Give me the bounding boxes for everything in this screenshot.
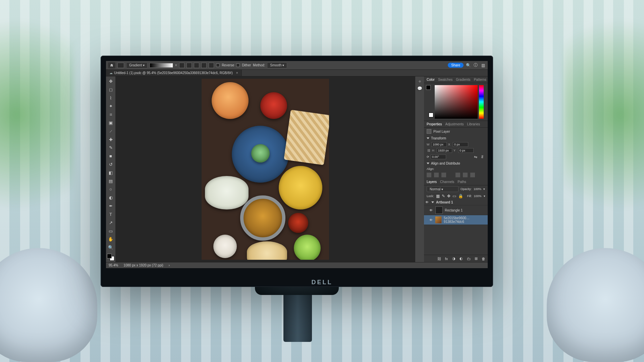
tab-color[interactable]: Color [427,78,435,81]
canvas-area[interactable] [115,76,415,262]
tab-swatches[interactable]: Swatches [438,78,452,81]
gradient-tool[interactable]: ▤ [107,178,114,185]
gradient-preview[interactable] [150,63,173,68]
align-top-icon[interactable] [455,173,460,177]
lasso-tool[interactable]: ⌇ [107,95,114,102]
brush-tool[interactable]: ✎ [107,144,114,152]
document-tab[interactable]: ☁ Untitled-1 (1).psdc @ 95.4% (5e2015be9… [106,70,242,76]
flip-vertical-icon[interactable]: ⥯ [480,154,485,160]
delete-layer-icon[interactable]: 🗑 [481,256,486,261]
comments-icon[interactable]: 💬 [417,86,422,91]
hue-slider[interactable] [479,85,484,119]
tool-preset-icon[interactable] [117,63,124,68]
stamp-tool[interactable]: ■ [107,153,114,160]
lock-all-icon[interactable]: 🔒 [458,193,463,199]
tab-paths[interactable]: Paths [458,180,466,184]
status-more-icon[interactable]: › [169,263,170,267]
dodge-tool[interactable]: ◐ [107,194,114,201]
wand-tool[interactable]: ✦ [107,103,114,110]
help-icon[interactable]: ⓘ [473,63,478,68]
lock-pixels-icon[interactable]: ✎ [442,193,445,199]
path-tool[interactable]: ↗ [107,219,114,226]
type-tool[interactable]: T [107,211,114,218]
align-header[interactable]: Align and Distribute [424,160,488,167]
adjustment-layer-icon[interactable]: ◐ [459,256,464,261]
tab-layers[interactable]: Layers [427,180,437,184]
angle-field[interactable] [431,155,446,159]
blend-mode-dropdown[interactable]: Normal ▾ [427,186,459,192]
fill-dropdown-icon[interactable]: ▾ [484,194,485,198]
align-right-icon[interactable] [441,173,446,177]
gradient-type-linear-icon[interactable] [179,63,184,68]
healing-tool[interactable]: ✚ [107,136,114,143]
fg-bg-swatches[interactable] [426,85,433,119]
gradient-type-diamond-icon[interactable] [209,63,214,68]
pen-tool[interactable]: ✒ [107,202,114,209]
layer-row[interactable]: 👁Artboard 1 [424,199,488,205]
tab-libraries[interactable]: Libraries [467,122,480,126]
align-vcenter-icon[interactable] [463,173,468,177]
align-bottom-icon[interactable] [470,173,475,177]
share-button[interactable]: Share [448,63,464,68]
tab-adjustments[interactable]: Adjustments [445,122,464,126]
lock-transparency-icon[interactable]: ▦ [436,193,440,199]
frame-tool[interactable]: ▣ [107,119,114,126]
reverse-checkbox[interactable] [216,63,220,67]
dither-checkbox[interactable] [236,63,240,67]
flip-horizontal-icon[interactable]: ⇋ [473,154,478,160]
opacity-dropdown-icon[interactable]: ▾ [483,187,485,191]
workspace-menu-icon[interactable]: ▥ [480,63,486,68]
tab-channels[interactable]: Channels [440,180,454,184]
tab-properties[interactable]: Properties [427,122,442,126]
shape-tool[interactable]: ▭ [107,228,114,235]
zoom-tool[interactable]: 🔍 [107,244,114,251]
close-tab-icon[interactable]: × [236,71,238,75]
new-layer-icon[interactable]: ⊞ [474,256,478,261]
blur-tool[interactable]: ○ [107,186,114,193]
tab-gradients[interactable]: Gradients [456,78,470,81]
zoom-level[interactable]: 95.4% [109,263,118,267]
layer-row[interactable]: 👁Rectangle 1 [424,205,488,215]
dell-monitor: Gradient ▾ ▾ Reverse Dither Method: Smoo… [101,56,493,287]
transform-header[interactable]: Transform [424,135,488,141]
y-field[interactable] [458,148,474,153]
link-wh-icon[interactable]: ⛓ [427,149,431,152]
chevron-down-icon[interactable] [431,201,434,203]
marquee-tool[interactable]: ◻ [107,86,114,93]
gradient-type-angle-icon[interactable] [194,63,199,68]
group-layers-icon[interactable]: 🗀 [466,256,471,261]
align-left-icon[interactable] [427,173,431,177]
x-field[interactable] [453,142,468,147]
link-layers-icon[interactable]: ⛓ [437,256,441,261]
gradient-type-reflected-icon[interactable] [201,63,207,68]
lock-position-icon[interactable]: ✥ [447,193,450,199]
eraser-tool[interactable]: ◧ [107,169,114,176]
tool-name-dropdown[interactable]: Gradient ▾ [126,62,148,68]
crop-tool[interactable]: ⌗ [107,111,114,118]
home-button[interactable] [108,62,115,68]
history-brush-tool[interactable]: ↺ [107,161,114,168]
align-hcenter-icon[interactable] [434,173,439,177]
eyedropper-tool[interactable]: ⟋ [107,128,114,135]
eye-icon[interactable]: 👁 [425,200,429,204]
gradient-type-radial-icon[interactable] [186,63,192,68]
saturation-box[interactable] [435,85,478,119]
layer-mask-icon[interactable]: ◑ [451,256,456,261]
brush-settings-icon[interactable]: ⟐ [417,78,422,84]
hand-tool[interactable]: ✋ [107,236,114,243]
eye-icon[interactable]: 👁 [429,208,433,212]
lock-artboard-icon[interactable]: ▭ [452,193,456,199]
layer-row[interactable]: 👁5e2015be9600…91383e74dc6 [424,215,488,225]
move-tool[interactable]: ✥ [107,78,114,85]
method-dropdown[interactable]: Smooth ▾ [267,62,287,68]
width-field[interactable] [431,142,447,147]
foreground-background-swatch[interactable] [107,254,114,261]
tab-patterns[interactable]: Patterns [474,78,486,81]
artboard-image[interactable] [202,79,329,260]
eye-icon[interactable]: 👁 [429,218,433,222]
method-label: Method: [253,63,265,67]
search-icon[interactable]: 🔍 [466,63,471,68]
height-field[interactable] [437,148,452,153]
align-buttons [424,171,488,179]
layer-fx-icon[interactable]: fx [444,256,449,261]
